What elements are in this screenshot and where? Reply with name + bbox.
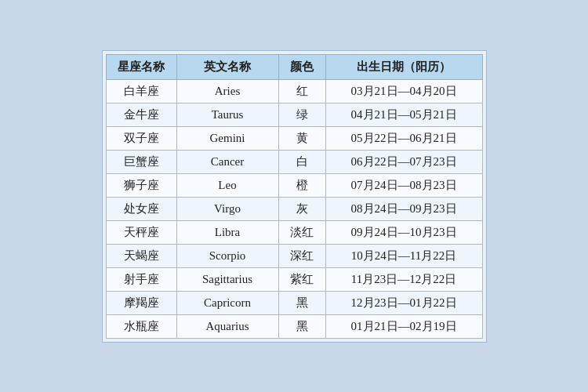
cell-date: 11月23日—12月22日 <box>325 267 482 291</box>
cell-date: 12月23日—01月22日 <box>325 291 482 314</box>
cell-zh: 巨蟹座 <box>106 150 176 173</box>
cell-color: 黄 <box>278 126 325 150</box>
cell-zh: 金牛座 <box>106 103 176 126</box>
cell-date: 09月24日—10月23日 <box>325 220 482 244</box>
cell-en: Taurus <box>176 103 278 126</box>
cell-zh: 狮子座 <box>106 173 176 197</box>
cell-zh: 双子座 <box>106 126 176 150</box>
table-row: 金牛座Taurus绿04月21日—05月21日 <box>106 103 482 126</box>
header-color: 颜色 <box>278 54 325 79</box>
cell-date: 06月22日—07月23日 <box>325 150 482 173</box>
cell-color: 淡红 <box>278 220 325 244</box>
table-row: 巨蟹座Cancer白06月22日—07月23日 <box>106 150 482 173</box>
table-row: 狮子座Leo橙07月24日—08月23日 <box>106 173 482 197</box>
cell-date: 08月24日—09月23日 <box>325 197 482 220</box>
cell-date: 07月24日—08月23日 <box>325 173 482 197</box>
cell-date: 05月22日—06月21日 <box>325 126 482 150</box>
cell-date: 04月21日—05月21日 <box>325 103 482 126</box>
cell-color: 白 <box>278 150 325 173</box>
cell-color: 红 <box>278 79 325 103</box>
cell-en: Scorpio <box>176 244 278 267</box>
header-zh: 星座名称 <box>106 54 176 79</box>
cell-en: Sagittarius <box>176 267 278 291</box>
table-header-row: 星座名称 英文名称 颜色 出生日期（阳历） <box>106 54 482 79</box>
cell-date: 01月21日—02月19日 <box>325 314 482 338</box>
cell-zh: 处女座 <box>106 197 176 220</box>
table-row: 白羊座Aries红03月21日—04月20日 <box>106 79 482 103</box>
cell-color: 黑 <box>278 291 325 314</box>
cell-color: 深红 <box>278 244 325 267</box>
zodiac-table-container: 星座名称 英文名称 颜色 出生日期（阳历） 白羊座Aries红03月21日—04… <box>102 50 487 343</box>
cell-color: 紫红 <box>278 267 325 291</box>
cell-en: Cancer <box>176 150 278 173</box>
cell-en: Libra <box>176 220 278 244</box>
cell-zh: 摩羯座 <box>106 291 176 314</box>
cell-color: 绿 <box>278 103 325 126</box>
header-date: 出生日期（阳历） <box>325 54 482 79</box>
cell-zh: 天秤座 <box>106 220 176 244</box>
cell-color: 橙 <box>278 173 325 197</box>
cell-zh: 白羊座 <box>106 79 176 103</box>
table-row: 天蝎座Scorpio深红10月24日—11月22日 <box>106 244 482 267</box>
table-row: 天秤座Libra淡红09月24日—10月23日 <box>106 220 482 244</box>
cell-en: Leo <box>176 173 278 197</box>
cell-en: Aries <box>176 79 278 103</box>
cell-en: Aquarius <box>176 314 278 338</box>
table-row: 处女座Virgo灰08月24日—09月23日 <box>106 197 482 220</box>
cell-date: 10月24日—11月22日 <box>325 244 482 267</box>
cell-en: Virgo <box>176 197 278 220</box>
table-row: 摩羯座Capricorn黑12月23日—01月22日 <box>106 291 482 314</box>
zodiac-table: 星座名称 英文名称 颜色 出生日期（阳历） 白羊座Aries红03月21日—04… <box>106 54 483 339</box>
cell-color: 黑 <box>278 314 325 338</box>
cell-zh: 天蝎座 <box>106 244 176 267</box>
cell-zh: 水瓶座 <box>106 314 176 338</box>
table-row: 水瓶座Aquarius黑01月21日—02月19日 <box>106 314 482 338</box>
cell-zh: 射手座 <box>106 267 176 291</box>
header-en: 英文名称 <box>176 54 278 79</box>
table-row: 射手座Sagittarius紫红11月23日—12月22日 <box>106 267 482 291</box>
cell-color: 灰 <box>278 197 325 220</box>
cell-en: Gemini <box>176 126 278 150</box>
cell-en: Capricorn <box>176 291 278 314</box>
cell-date: 03月21日—04月20日 <box>325 79 482 103</box>
table-row: 双子座Gemini黄05月22日—06月21日 <box>106 126 482 150</box>
